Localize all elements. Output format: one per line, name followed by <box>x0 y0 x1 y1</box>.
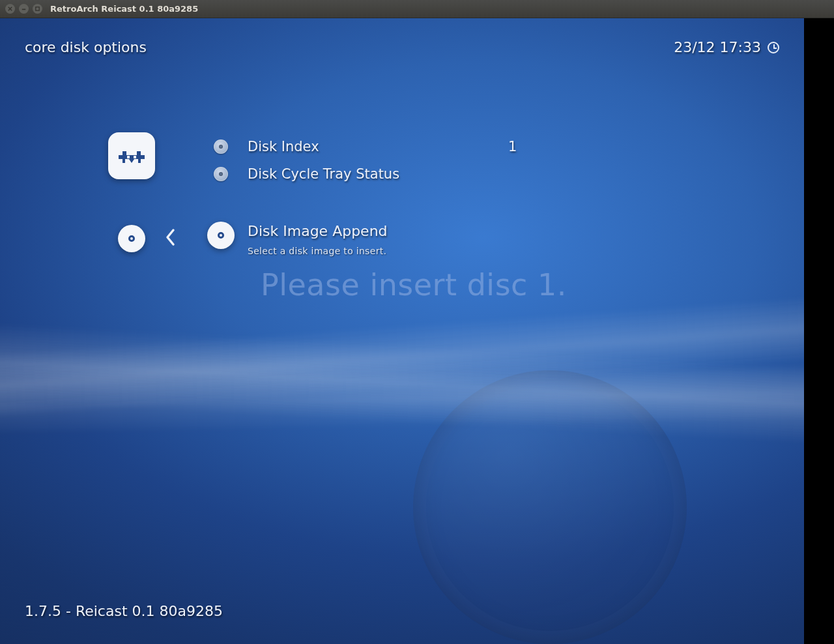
disc-icon <box>214 167 228 181</box>
disk-options-menu: Disk Index 1 Disk Cycle Tray Status Disk… <box>214 133 765 256</box>
window-titlebar: RetroArch Reicast 0.1 80a9285 <box>0 0 834 18</box>
menu-item-label: Disk Image Append <box>248 223 388 239</box>
app-viewport: core disk options 23/12 17:33 <box>0 18 804 644</box>
svg-rect-2 <box>134 156 136 158</box>
window-maximize-button[interactable] <box>33 4 42 14</box>
menu-item-description: Select a disk image to insert. <box>248 246 388 256</box>
menu-item-disk-image-append[interactable]: Disk Image Append Select a disk image to… <box>214 222 765 256</box>
version-footer: 1.7.5 - Reicast 0.1 80a9285 <box>25 603 223 619</box>
disc-icon <box>207 222 235 249</box>
disc-icon <box>214 139 228 154</box>
svg-rect-1 <box>127 156 130 158</box>
menu-item-label: Disk Index <box>248 139 489 154</box>
clock: 23/12 17:33 <box>674 39 779 55</box>
disc-category-icon[interactable] <box>118 225 145 252</box>
window-minimize-button[interactable] <box>19 4 29 14</box>
clock-text: 23/12 17:33 <box>674 39 761 55</box>
retroarch-logo-icon[interactable] <box>108 132 155 179</box>
menu-item-disk-cycle-tray[interactable]: Disk Cycle Tray Status <box>214 160 765 188</box>
breadcrumb: core disk options <box>25 39 147 55</box>
nav-back-arrow-icon[interactable] <box>164 228 176 251</box>
clock-icon <box>768 42 779 53</box>
menu-item-disk-index[interactable]: Disk Index 1 <box>214 133 765 160</box>
game-overlay-message: Please insert disc 1. <box>261 267 567 302</box>
menu-item-label: Disk Cycle Tray Status <box>248 166 489 182</box>
svg-rect-0 <box>36 7 39 10</box>
window-close-button[interactable] <box>5 4 15 14</box>
window-title: RetroArch Reicast 0.1 80a9285 <box>50 4 198 14</box>
menu-item-value: 1 <box>508 139 517 154</box>
